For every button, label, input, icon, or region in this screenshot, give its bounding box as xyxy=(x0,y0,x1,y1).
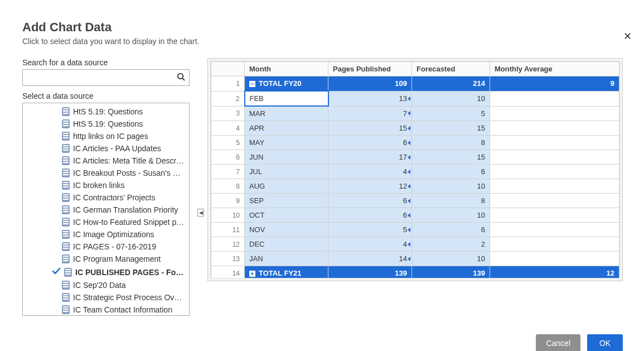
month-cell[interactable]: OCT xyxy=(245,208,328,223)
data-source-item[interactable]: IC Strategic Post Process Overvie xyxy=(23,291,189,304)
pages-cell[interactable]: 6 xyxy=(328,136,412,150)
rownum-cell[interactable]: 13 xyxy=(211,252,245,266)
avg-cell[interactable]: 9 xyxy=(490,76,619,92)
cancel-button[interactable]: Cancel xyxy=(536,334,580,351)
avg-cell[interactable] xyxy=(490,121,619,136)
pages-cell[interactable]: 13 xyxy=(328,91,412,106)
rownum-cell[interactable]: 6 xyxy=(211,150,245,165)
table-row[interactable]: 12DEC42 xyxy=(211,237,619,252)
table-row[interactable]: 7JUL46 xyxy=(211,165,619,179)
avg-cell[interactable] xyxy=(490,106,619,121)
table-row[interactable]: 9SEP68 xyxy=(211,194,619,208)
rownum-cell[interactable]: 4 xyxy=(211,121,245,136)
month-cell[interactable]: SEP xyxy=(245,194,328,208)
data-source-item[interactable]: IC PUBLISHED PAGES - For Dash xyxy=(23,265,189,279)
data-source-item[interactable]: IC Team Contact Information xyxy=(23,304,189,316)
avg-cell[interactable] xyxy=(490,237,619,252)
close-icon[interactable]: ✕ xyxy=(623,30,632,42)
forecast-cell[interactable]: 5 xyxy=(412,106,490,121)
month-cell[interactable]: −TOTAL FY20 xyxy=(245,76,328,92)
month-cell[interactable]: MAR xyxy=(245,106,328,121)
avg-cell[interactable] xyxy=(490,194,619,208)
rownum-cell[interactable]: 3 xyxy=(211,106,245,121)
ok-button[interactable]: OK xyxy=(587,334,623,351)
rownum-cell[interactable]: 8 xyxy=(211,179,245,194)
month-cell[interactable]: JUL xyxy=(245,165,328,179)
data-source-item[interactable]: IC How-to Featured Snippet proje xyxy=(23,216,189,228)
rownum-cell[interactable]: 7 xyxy=(211,165,245,179)
data-source-item[interactable]: IC PAGES - 07-16-2019 xyxy=(23,241,189,253)
pages-cell[interactable]: 6 xyxy=(328,208,412,223)
forecast-cell[interactable]: 8 xyxy=(412,194,490,208)
avg-cell[interactable] xyxy=(490,165,619,179)
data-source-list[interactable]: HtS 5.19: QuestionsHtS 5.19: Questionsht… xyxy=(22,103,190,316)
col-forecast[interactable]: Forecasted xyxy=(412,62,490,76)
data-source-item[interactable]: IC Contractors' Projects xyxy=(23,191,189,204)
table-row[interactable]: 2FEB1310 xyxy=(211,91,619,106)
collapse-icon[interactable]: − xyxy=(249,81,255,87)
col-pages[interactable]: Pages Published xyxy=(328,62,412,76)
forecast-cell[interactable]: 139 xyxy=(412,266,490,279)
month-cell[interactable]: MAY xyxy=(245,136,328,150)
rownum-cell[interactable]: 14 xyxy=(211,266,245,279)
forecast-cell[interactable]: 15 xyxy=(412,150,490,165)
search-input[interactable] xyxy=(22,69,190,86)
data-source-item[interactable]: IC Program Management xyxy=(23,253,189,265)
forecast-cell[interactable]: 15 xyxy=(412,121,490,136)
rownum-cell[interactable]: 9 xyxy=(211,194,245,208)
month-cell[interactable]: FEB xyxy=(245,91,328,106)
month-cell[interactable]: JAN xyxy=(245,252,328,266)
pages-cell[interactable]: 7 xyxy=(328,106,412,121)
pages-cell[interactable]: 17 xyxy=(328,150,412,165)
table-row[interactable]: 10OCT610 xyxy=(211,208,619,223)
table-total-row[interactable]: 1−TOTAL FY201092149 xyxy=(211,76,619,92)
pages-cell[interactable]: 5 xyxy=(328,223,412,237)
data-source-item[interactable]: IC Breakout Posts - Susan's Repo xyxy=(23,167,189,179)
rownum-cell[interactable]: 10 xyxy=(211,208,245,223)
col-month[interactable]: Month xyxy=(245,62,328,76)
table-row[interactable]: 5MAY68 xyxy=(211,136,619,150)
rownum-cell[interactable]: 12 xyxy=(211,237,245,252)
data-source-item[interactable]: HtS 5.19: Questions xyxy=(23,105,189,118)
avg-cell[interactable] xyxy=(490,136,619,150)
forecast-cell[interactable]: 10 xyxy=(412,91,490,106)
collapse-panel-icon[interactable]: ◀ xyxy=(197,209,204,217)
data-source-item[interactable]: IC Articles - PAA Updates xyxy=(23,142,189,155)
rownum-cell[interactable]: 1 xyxy=(211,76,245,92)
table-row[interactable]: 3MAR75 xyxy=(211,106,619,121)
month-cell[interactable]: DEC xyxy=(245,237,328,252)
rownum-cell[interactable]: 2 xyxy=(211,91,245,106)
rownum-cell[interactable]: 5 xyxy=(211,136,245,150)
pages-cell[interactable]: 139 xyxy=(328,266,412,279)
pages-cell[interactable]: 14 xyxy=(328,252,412,266)
pages-cell[interactable]: 15 xyxy=(328,121,412,136)
table-row[interactable]: 11NOV56 xyxy=(211,223,619,237)
col-avg[interactable]: Monthly Average xyxy=(490,62,619,76)
data-source-item[interactable]: IC broken links xyxy=(23,179,189,191)
forecast-cell[interactable]: 2 xyxy=(412,237,490,252)
forecast-cell[interactable]: 214 xyxy=(412,76,490,92)
month-cell[interactable]: NOV xyxy=(245,223,328,237)
avg-cell[interactable] xyxy=(490,223,619,237)
forecast-cell[interactable]: 6 xyxy=(412,165,490,179)
avg-cell[interactable] xyxy=(490,150,619,165)
avg-cell[interactable] xyxy=(490,208,619,223)
data-source-item[interactable]: http links on IC pages xyxy=(23,130,189,142)
table-row[interactable]: 6JUN1715 xyxy=(211,150,619,165)
data-source-item[interactable]: IC Image Optimizations xyxy=(23,228,189,241)
pages-cell[interactable]: 6 xyxy=(328,194,412,208)
forecast-cell[interactable]: 10 xyxy=(412,208,490,223)
table-row[interactable]: 13JAN1410 xyxy=(211,252,619,266)
month-cell[interactable]: APR xyxy=(245,121,328,136)
avg-cell[interactable] xyxy=(490,179,619,194)
month-cell[interactable]: +TOTAL FY21 xyxy=(245,266,328,279)
forecast-cell[interactable]: 10 xyxy=(412,179,490,194)
table-row[interactable]: 8AUG1210 xyxy=(211,179,619,194)
avg-cell[interactable]: 12 xyxy=(490,266,619,279)
forecast-cell[interactable]: 10 xyxy=(412,252,490,266)
expand-icon[interactable]: + xyxy=(249,271,255,277)
data-source-item[interactable]: IC German Translation Priority xyxy=(23,204,189,216)
forecast-cell[interactable]: 6 xyxy=(412,223,490,237)
data-table[interactable]: Month Pages Published Forecasted Monthly… xyxy=(211,61,619,278)
pages-cell[interactable]: 4 xyxy=(328,237,412,252)
